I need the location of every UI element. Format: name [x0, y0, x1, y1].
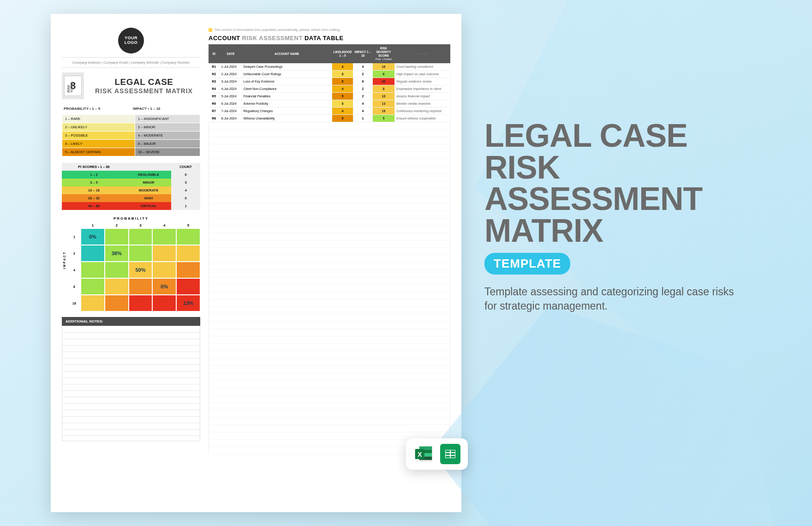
scale-headers: PROBABILITY • 1 – 5 IMPACT • 1 – 16	[62, 105, 200, 113]
prob-scale-cell: 2 – UNLIKELY	[62, 123, 135, 132]
title-part-c: DATA TABLE	[304, 35, 344, 42]
heatmap-cell	[176, 228, 200, 245]
notes-lines[interactable]	[62, 326, 200, 441]
risk-data-table: IDDATEACCOUNT NAMELIKELIHOOD 1 – 5IMPACT…	[209, 44, 450, 122]
pi-count-cell: 4	[171, 186, 200, 194]
pi-scores-table: PI SCORES • 1 – 80COUNT1 – 2NEGLIGIBLE03…	[62, 163, 200, 210]
impact-scale-cell: 16 – SEVERE	[135, 148, 200, 156]
heatmap-cell	[81, 262, 105, 278]
pi-label-cell: MODERATE	[126, 186, 171, 194]
data-table-title: ACCOUNT RISK ASSESSMENT DATA TABLE	[209, 35, 450, 42]
heatmap-col-header: 4	[152, 222, 176, 228]
table-row: R44-Jul-2024Client Non-Compliance428Emph…	[209, 85, 450, 93]
app-icons-card: X	[406, 438, 468, 470]
heatmap-row-header: 4	[68, 262, 81, 278]
pi-range-cell: 40 – 80	[62, 202, 126, 210]
heatmap-row-header: 16	[68, 295, 81, 311]
heatmap-cell	[129, 278, 153, 295]
heatmap-cell	[176, 245, 200, 262]
pi-header-range: PI SCORES • 1 – 80	[62, 163, 126, 171]
table-row: R22-Jul-2024Unfavorable Court Rulings326…	[209, 71, 450, 78]
scale-table: 1 – RARE1 – INSIGNIFICANT2 – UNLIKELY2 –…	[62, 114, 200, 156]
company-info-line: Company Address | Company Email | Compan…	[62, 57, 200, 68]
template-badge: TEMPLATE	[484, 253, 570, 275]
heatmap-cell	[152, 262, 176, 278]
probability-header: PROBABILITY • 1 – 5	[62, 105, 131, 113]
risk-total-box: RISK TOTAL: 8	[62, 72, 84, 99]
excel-icon: X	[413, 444, 434, 464]
impact-scale-cell: 1 – INSIGNIFICANT	[135, 115, 200, 123]
heatmap-cell	[81, 295, 105, 311]
pi-range-cell: 1 – 2	[62, 171, 126, 179]
right-column: This section is formulated thus populate…	[209, 28, 450, 498]
heatmap-col-header: 5	[176, 222, 200, 228]
heatmap-cell	[152, 245, 176, 262]
heatmap-cell	[105, 262, 129, 278]
title-part-b: RISK ASSESSMENT	[242, 35, 304, 42]
heatmap-cell: 0%	[152, 278, 176, 295]
promo-panel: LEGAL CASE RISK ASSESSMENT MATRIX TEMPLA…	[484, 120, 743, 313]
google-sheets-icon	[440, 444, 460, 464]
pi-count-cell: 3	[171, 179, 200, 186]
heatmap-row-header: 8	[68, 278, 81, 295]
pi-count-cell: 0	[171, 194, 200, 202]
promo-title: LEGAL CASE RISK ASSESSMENT MATRIX	[484, 120, 743, 246]
pi-range-cell: 20 – 33	[62, 194, 126, 202]
heatmap-row-header: 2	[68, 245, 81, 262]
pi-label-cell: NEGLIGIBLE	[126, 171, 171, 179]
empty-table-rows	[209, 122, 450, 454]
impact-scale-cell: 2 – MINOR	[135, 123, 200, 132]
heatmap-cell	[176, 278, 200, 295]
document-page: YOUR LOGO Company Address | Company Emai…	[51, 14, 461, 512]
heatmap-cell	[176, 262, 200, 278]
heatmap-cell	[105, 278, 129, 295]
pi-header-count: COUNT	[171, 163, 200, 171]
pi-count-cell: 1	[171, 202, 200, 210]
prob-scale-cell: 5 – ALMOST CERTAIN	[62, 148, 135, 156]
doc-title-main: LEGAL CASE	[88, 77, 200, 87]
table-row: R33-Jul-2024Loss of Key Evidence5840Regu…	[209, 78, 450, 85]
heatmap-cell	[81, 278, 105, 295]
table-row: R77-Jul-2024Regulatory Changes4416Contin…	[209, 108, 450, 115]
impact-header: IMPACT • 1 – 16	[131, 105, 200, 113]
impact-scale-cell: 8 – MAJOR	[135, 140, 200, 148]
heatmap-cell	[81, 245, 105, 262]
logo-placeholder: YOUR LOGO	[118, 28, 144, 54]
pi-count-cell: 0	[171, 171, 200, 179]
title-part-a: ACCOUNT	[209, 35, 242, 42]
heatmap-cell	[129, 295, 153, 311]
prob-scale-cell: 4 – LIKELY	[62, 140, 135, 148]
prob-scale-cell: 1 – RARE	[62, 115, 135, 123]
pi-label-cell: HIGH	[126, 194, 171, 202]
heatmap-cell	[129, 228, 153, 245]
prob-scale-cell: 3 – POSSIBLE	[62, 132, 135, 140]
table-row: R88-Jul-2024Witness Unavailability515Ens…	[209, 115, 450, 122]
heatmap-y-title: IMPACT	[62, 222, 67, 311]
promo-description: Template assessing and categorizing lega…	[484, 285, 743, 313]
table-row: R66-Jul-2024Adverse Publicity3413Monitor…	[209, 100, 450, 108]
title-block: RISK TOTAL: 8 LEGAL CASE RISK ASSESSMENT…	[62, 72, 200, 99]
impact-scale-cell: 4 – MODERATE	[135, 132, 200, 140]
heatmap-cell	[105, 295, 129, 311]
heatmap-cell: 0%	[81, 228, 105, 245]
left-column: YOUR LOGO Company Address | Company Emai…	[62, 28, 200, 498]
pi-label-cell: CRITICAL	[126, 202, 171, 210]
table-row: R11-Jul-2024Delayed Case Proceedings4416…	[209, 63, 450, 71]
pi-range-cell: 3 – 5	[62, 179, 126, 186]
heatmap-col-header: 3	[129, 222, 153, 228]
heatmap-col-header: 2	[105, 222, 129, 228]
pi-range-cell: 10 – 18	[62, 186, 126, 194]
svg-text:X: X	[418, 451, 422, 458]
heatmap-cell	[105, 228, 129, 245]
notes-header: ADDITIONAL NOTES:	[62, 317, 200, 326]
heatmap-cell: 13%	[176, 295, 200, 311]
heatmap-row-header: 1	[68, 228, 81, 245]
risk-total-label: RISK TOTAL:	[67, 79, 73, 93]
table-row: R55-Jul-2024Financial Penalties5210Asses…	[209, 93, 450, 100]
heatmap: IMPACT 1234510%238%450%80%1613%	[62, 222, 200, 311]
heatmap-col-header: 1	[81, 222, 105, 228]
heatmap-cell	[152, 228, 176, 245]
heatmap-cell: 50%	[129, 262, 153, 278]
heatmap-cell: 38%	[105, 245, 129, 262]
heatmap-cell	[129, 245, 153, 262]
